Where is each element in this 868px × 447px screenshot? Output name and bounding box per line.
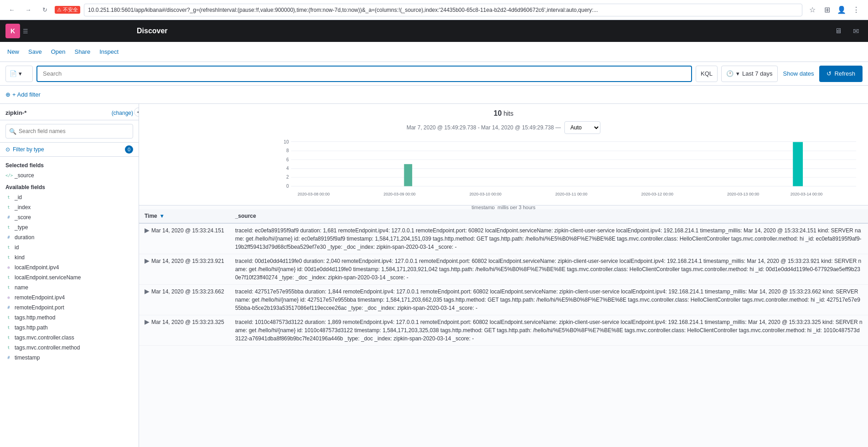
- field-type-icon-score: #: [5, 215, 12, 220]
- table-row: ▶Mar 14, 2020 @ 15:33:23.921traceId: 00d…: [139, 254, 868, 285]
- field-item-httpmethod[interactable]: t tags.http.method: [0, 313, 139, 323]
- field-item-id2[interactable]: t id: [0, 242, 139, 252]
- svg-text:2020-03-09 00:00: 2020-03-09 00:00: [383, 192, 415, 196]
- field-search-input[interactable]: [5, 124, 133, 139]
- time-cell: ▶Mar 14, 2020 @ 15:33:24.151: [139, 223, 230, 254]
- mail-icon[interactable]: ✉: [849, 25, 863, 37]
- field-item-duration[interactable]: # duration: [0, 232, 139, 242]
- field-item-id[interactable]: t _id: [0, 192, 139, 202]
- field-item-localipv4[interactable]: ⊙ localEndpoint.ipv4: [0, 262, 139, 272]
- column-source: _source: [230, 209, 868, 223]
- profile-icon[interactable]: 👤: [835, 4, 848, 16]
- expand-row-button[interactable]: ▶: [145, 257, 150, 264]
- field-name-source: _source: [15, 172, 34, 179]
- filter-count-badge: 0: [125, 145, 133, 154]
- expand-row-button[interactable]: ▶: [145, 318, 150, 325]
- refresh-button[interactable]: ↺ Refresh: [819, 66, 863, 82]
- field-type-icon-source: </>: [5, 173, 12, 178]
- field-item-name[interactable]: t name: [0, 283, 139, 293]
- selected-field-source[interactable]: </> _source: [0, 170, 139, 180]
- field-item-score[interactable]: # _score: [0, 212, 139, 222]
- nav-open[interactable]: Open: [51, 48, 66, 55]
- nav-save[interactable]: Save: [28, 48, 42, 55]
- time-value-label: Last 7 days: [742, 70, 773, 77]
- hamburger-icon[interactable]: ☰: [23, 28, 28, 35]
- back-button[interactable]: ←: [5, 4, 18, 16]
- field-name-timestamp: timestamp: [15, 355, 40, 361]
- change-index-link[interactable]: (change): [112, 110, 133, 116]
- field-search-icon: 🔍: [9, 128, 16, 135]
- interval-select[interactable]: Auto: [564, 121, 600, 134]
- source-cell: traceId: 427517e57e955bba duration: 1,84…: [230, 285, 868, 315]
- app-title: Discover: [137, 27, 168, 35]
- menu-icon[interactable]: ⋮: [850, 4, 863, 16]
- field-name-duration: duration: [15, 234, 34, 241]
- nav-share[interactable]: Share: [74, 48, 90, 55]
- sidebar-collapse-button[interactable]: ◀: [134, 108, 139, 117]
- field-item-type[interactable]: t _type: [0, 222, 139, 232]
- expand-row-button[interactable]: ▶: [145, 226, 150, 234]
- kql-button[interactable]: KQL: [696, 66, 718, 82]
- table-row: ▶Mar 14, 2020 @ 15:33:23.325traceId: 101…: [139, 315, 868, 346]
- reload-button[interactable]: ↻: [38, 4, 51, 16]
- field-name-index: _index: [15, 204, 31, 211]
- results-area[interactable]: Time ▾ _source ▶Mar 14, 2020 @ 15:33:24.…: [139, 206, 868, 447]
- content-area: 10 hits Mar 7, 2020 @ 15:49:29.738 - Mar…: [139, 104, 868, 447]
- url-bar[interactable]: [84, 4, 802, 16]
- bookmark-icon[interactable]: ☆: [806, 4, 819, 16]
- hits-label: hits: [503, 110, 513, 117]
- svg-text:2: 2: [286, 175, 289, 180]
- extensions-icon[interactable]: ⊞: [821, 4, 833, 16]
- field-item-httppath[interactable]: t tags.http.path: [0, 323, 139, 333]
- query-bar: 📄 ▾ KQL 🕐 ▾ Last 7 days Show dates ↺ Ref…: [0, 62, 868, 86]
- field-item-index[interactable]: t _index: [0, 202, 139, 212]
- column-time[interactable]: Time ▾: [139, 209, 230, 223]
- index-selector[interactable]: 📄 ▾: [5, 66, 33, 82]
- show-dates-button[interactable]: Show dates: [781, 66, 816, 82]
- field-type-icon-type: t: [5, 225, 12, 230]
- monitor-icon[interactable]: 🖥: [831, 25, 846, 37]
- svg-text:0: 0: [286, 183, 289, 188]
- date-range-row: Mar 7, 2020 @ 15:49:29.738 - Mar 14, 202…: [146, 121, 861, 134]
- field-type-icon-mvcmethod: t: [5, 345, 12, 350]
- svg-text:2020-03-08 00:00: 2020-03-08 00:00: [298, 192, 330, 196]
- field-item-remoteport[interactable]: # remoteEndpoint.port: [0, 303, 139, 313]
- field-search-wrapper: 🔍: [5, 124, 133, 139]
- field-item-kind[interactable]: t kind: [0, 252, 139, 262]
- refresh-icon: ↺: [827, 70, 832, 77]
- field-item-mvcmethod[interactable]: t tags.mvc.controller.method: [0, 343, 139, 353]
- field-type-icon-remoteport: #: [5, 305, 12, 310]
- browser-chrome: ← → ↻ ⚠ 不安全 ☆ ⊞ 👤 ⋮: [0, 0, 868, 20]
- expand-row-button[interactable]: ▶: [145, 288, 150, 295]
- filter-circle-icon: ⊙: [5, 146, 10, 153]
- index-doc-icon: 📄: [10, 70, 17, 77]
- table-row: ▶Mar 14, 2020 @ 15:33:24.151traceId: ec0…: [139, 223, 868, 254]
- search-input[interactable]: [36, 66, 692, 82]
- chart-area: 10 hits Mar 7, 2020 @ 15:49:29.738 - Mar…: [139, 104, 868, 206]
- field-item-mvcclass[interactable]: t tags.mvc.controller.class: [0, 333, 139, 343]
- field-type-icon-httppath: t: [5, 325, 12, 330]
- field-name-remoteport: remoteEndpoint.port: [15, 304, 64, 311]
- svg-text:8: 8: [286, 148, 289, 153]
- time-section: 🕐 ▾ Last 7 days Show dates: [721, 66, 816, 82]
- filter-by-type-button[interactable]: ⊙ Filter by type: [5, 146, 44, 153]
- selected-fields-title: Selected fields: [0, 159, 139, 170]
- field-item-localservice[interactable]: t localEndpoint.serviceName: [0, 272, 139, 283]
- svg-text:4: 4: [286, 166, 289, 171]
- bar-2: [793, 142, 803, 186]
- app-header: K ☰ Discover 🖥 ✉: [0, 20, 868, 42]
- available-fields-title: Available fields: [0, 180, 139, 192]
- nav-inspect[interactable]: Inspect: [99, 48, 119, 55]
- field-item-timestamp[interactable]: # timestamp: [0, 353, 139, 363]
- field-type-icon-id: t: [5, 195, 12, 200]
- add-filter-button[interactable]: ⊕ + Add filter: [5, 91, 41, 98]
- field-item-remoteipv4[interactable]: ⊙ remoteEndpoint.ipv4: [0, 293, 139, 303]
- forward-button[interactable]: →: [22, 4, 35, 16]
- svg-text:2020-03-10 00:00: 2020-03-10 00:00: [470, 192, 501, 196]
- date-range-text: Mar 7, 2020 @ 15:49:29.738 - Mar 14, 202…: [407, 124, 561, 131]
- field-type-icon-index: t: [5, 205, 12, 210]
- field-type-icon-duration: #: [5, 235, 12, 240]
- nav-new[interactable]: New: [7, 48, 19, 55]
- bar-1: [404, 164, 412, 186]
- time-picker-button[interactable]: 🕐 ▾ Last 7 days: [721, 66, 778, 82]
